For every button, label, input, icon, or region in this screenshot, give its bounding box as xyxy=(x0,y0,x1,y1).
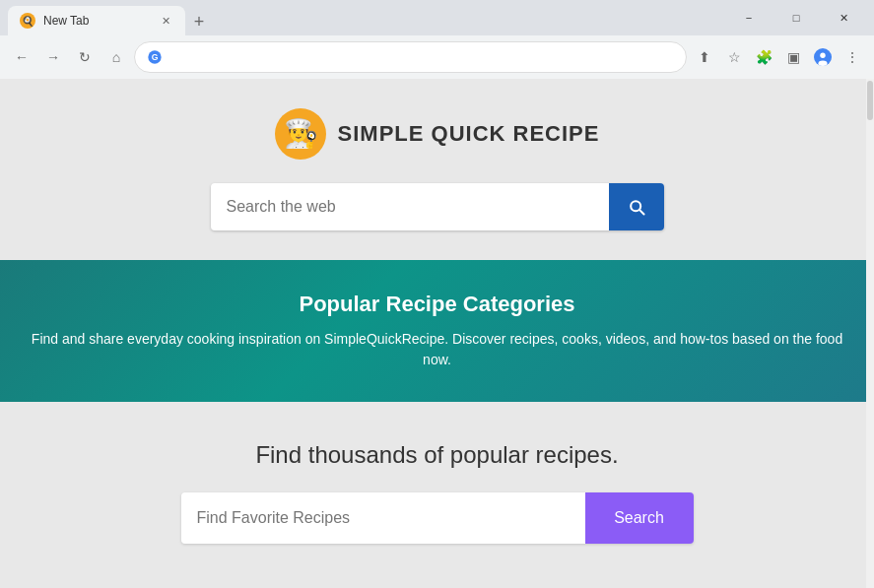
active-tab[interactable]: 🍳 New Tab ✕ xyxy=(8,6,185,35)
share-icon[interactable]: ⬆ xyxy=(691,43,718,71)
recipe-search-input[interactable] xyxy=(181,492,585,544)
profile-icon[interactable] xyxy=(809,43,837,71)
extensions-icon[interactable]: 🧩 xyxy=(750,43,777,71)
search-icon xyxy=(627,197,646,217)
minimize-button[interactable]: − xyxy=(726,2,772,33)
menu-icon[interactable]: ⋮ xyxy=(839,43,866,71)
recipe-search-bar: Search xyxy=(181,492,694,544)
bottom-section: Find thousands of popular recipes. Searc… xyxy=(0,402,874,573)
back-button[interactable]: ← xyxy=(8,43,35,71)
new-tab-button[interactable]: + xyxy=(185,8,213,35)
banner-title: Popular Recipe Categories xyxy=(300,292,575,317)
page-content: 👨‍🍳 SIMPLE QUICK RECIPE Popular Recipe C… xyxy=(0,79,874,588)
logo-icon: 👨‍🍳 xyxy=(275,108,326,160)
bookmark-icon[interactable]: ☆ xyxy=(720,43,748,71)
window-controls: − □ ✕ xyxy=(726,2,866,33)
address-bar[interactable]: G xyxy=(134,41,687,73)
tab-title: New Tab xyxy=(43,14,150,28)
web-search-bar xyxy=(211,183,664,230)
maximize-button[interactable]: □ xyxy=(773,2,819,33)
close-button[interactable]: ✕ xyxy=(821,2,866,33)
web-search-input[interactable] xyxy=(211,198,609,216)
sidebar-icon[interactable]: ▣ xyxy=(779,43,807,71)
title-bar: 🍳 New Tab ✕ + − □ ✕ xyxy=(0,0,874,35)
toolbar-icons: ⬆ ☆ 🧩 ▣ ⋮ xyxy=(691,43,866,71)
recipe-search-button[interactable]: Search xyxy=(585,492,694,544)
svg-text:👨‍🍳: 👨‍🍳 xyxy=(283,117,317,150)
banner-subtitle: Find and share everyday cooking inspirat… xyxy=(20,329,854,370)
tab-favicon: 🍳 xyxy=(20,13,35,29)
banner-section: Popular Recipe Categories Find and share… xyxy=(0,260,874,402)
logo-area: 👨‍🍳 SIMPLE QUICK RECIPE xyxy=(275,108,600,160)
tab-close-button[interactable]: ✕ xyxy=(158,13,173,29)
find-title: Find thousands of popular recipes. xyxy=(255,441,618,469)
svg-text:G: G xyxy=(152,52,159,62)
svg-point-5 xyxy=(820,53,825,58)
top-section: 👨‍🍳 SIMPLE QUICK RECIPE xyxy=(0,79,874,260)
forward-button[interactable]: → xyxy=(39,43,67,71)
scrollbar-thumb xyxy=(867,81,873,120)
svg-point-6 xyxy=(819,61,828,66)
reload-button[interactable]: ↻ xyxy=(71,43,99,71)
toolbar: ← → ↻ ⌂ G ⬆ ☆ 🧩 ▣ ⋮ xyxy=(0,35,874,79)
svg-text:🍳: 🍳 xyxy=(22,15,34,28)
home-button[interactable]: ⌂ xyxy=(102,43,130,71)
address-input[interactable] xyxy=(170,49,674,65)
logo-text: SIMPLE QUICK RECIPE xyxy=(338,121,600,147)
scrollbar[interactable] xyxy=(866,79,874,588)
web-search-button[interactable] xyxy=(609,183,664,230)
google-icon: G xyxy=(147,49,163,65)
tab-bar: 🍳 New Tab ✕ + xyxy=(8,0,726,35)
